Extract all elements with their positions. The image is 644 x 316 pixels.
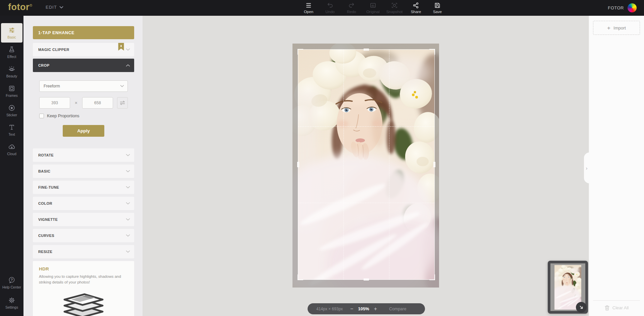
frame-icon — [8, 85, 15, 92]
svg-text:?: ? — [11, 278, 13, 282]
hdr-promo-card[interactable]: HDR Allowing you to capture highlights, … — [33, 261, 134, 316]
rail-item-settings[interactable]: Settings — [1, 293, 22, 313]
swap-dimensions-button[interactable] — [117, 97, 128, 109]
star-sticker-icon — [8, 104, 15, 112]
text-icon — [8, 124, 15, 131]
rail-label-beauty: Beauty — [6, 74, 17, 78]
section-vignette[interactable]: VIGNETTE — [33, 213, 134, 226]
grid-line-horizontal-2 — [298, 203, 434, 203]
chevron-down-icon — [59, 6, 63, 9]
plus-icon: + — [607, 25, 610, 31]
hdr-title: HDR — [39, 266, 128, 271]
crop-handle-left[interactable] — [297, 162, 299, 167]
section-curves[interactable]: CURVES — [33, 229, 134, 242]
aspect-ratio-select[interactable]: Freeform — [39, 80, 128, 92]
rail-label-settings: Settings — [5, 305, 18, 309]
compare-button[interactable]: Compare — [389, 307, 406, 311]
grid-line-vertical-2 — [389, 50, 389, 279]
grid-line-vertical-1 — [343, 50, 344, 279]
zoom-in-button[interactable]: + — [374, 306, 377, 312]
snapshot-label: Snapshot — [386, 10, 403, 14]
share-label: Share — [411, 10, 421, 14]
chevron-down-icon — [120, 85, 124, 87]
navigator-expand-button[interactable] — [576, 302, 587, 313]
section-color[interactable]: COLOR — [33, 197, 134, 210]
crop-header-label: CROP — [38, 63, 49, 67]
edit-menu[interactable]: EDIT — [46, 5, 63, 10]
photo-workspace[interactable] — [292, 44, 439, 288]
crop-handle-top-right[interactable] — [429, 49, 435, 55]
section-rotate[interactable]: ROTATE — [33, 148, 134, 162]
crop-width-input[interactable] — [39, 97, 70, 109]
arrow-down-right-icon — [579, 305, 584, 310]
account-name: FOTOR — [608, 5, 624, 10]
save-button[interactable]: Save — [427, 2, 448, 14]
rail-item-cloud[interactable]: Cloud — [1, 140, 22, 159]
keep-proportions-checkbox[interactable] — [39, 114, 44, 118]
rail-item-effect[interactable]: Effect — [1, 43, 22, 62]
rail-item-beauty[interactable]: Beauty — [1, 62, 22, 81]
zoom-out-button[interactable]: − — [350, 306, 353, 312]
section-basic[interactable]: BASIC — [33, 165, 134, 178]
fotor-logo[interactable]: fotor® — [8, 2, 33, 12]
keep-proportions-row: Keep Proportions — [39, 114, 128, 118]
crop-handle-top[interactable] — [364, 49, 369, 51]
navigator-thumbnail[interactable] — [548, 261, 588, 314]
rail-item-basic[interactable]: Basic — [1, 23, 22, 43]
magic-clipper-label: MAGIC CLIPPER — [38, 48, 69, 52]
share-icon — [412, 2, 420, 9]
crop-handle-bottom[interactable] — [364, 278, 369, 280]
registered-mark: ® — [30, 3, 33, 7]
rail-item-help-center[interactable]: ? Help Center — [1, 273, 22, 293]
rail-top: Basic Effect Beauty Frames Sticker Text — [0, 16, 23, 159]
share-button[interactable]: Share — [405, 2, 427, 14]
apply-button[interactable]: Apply — [63, 125, 104, 137]
crop-handle-right[interactable] — [433, 162, 435, 167]
undo-label: Undo — [325, 10, 335, 14]
save-icon — [434, 2, 441, 9]
grid-line-horizontal-1 — [298, 126, 434, 127]
redo-icon — [348, 2, 355, 9]
swap-icon — [119, 101, 125, 105]
times-symbol: × — [70, 100, 82, 106]
magic-clipper-row[interactable]: MAGIC CLIPPER — [33, 43, 134, 56]
undo-icon — [326, 2, 334, 9]
cloud-upload-icon — [8, 143, 15, 150]
image-tray-panel: › + Import Clear All — [589, 16, 644, 316]
rail-label-sticker: Sticker — [6, 113, 17, 117]
tray-divider — [593, 300, 640, 301]
section-fine-tune[interactable]: FINE-TUNE — [33, 181, 134, 194]
section-color-label: COLOR — [38, 201, 52, 205]
chevron-down-icon — [126, 186, 130, 189]
zoom-level: 105% — [358, 306, 369, 311]
open-button[interactable]: Open — [298, 2, 319, 14]
crop-section-header[interactable]: CROP — [33, 59, 134, 72]
avatar[interactable] — [628, 3, 637, 12]
crop-handle-bottom-right[interactable] — [429, 274, 435, 280]
rail-item-sticker[interactable]: Sticker — [1, 101, 22, 120]
canvas-area: 414px × 693px − 105% + Compare — [143, 16, 589, 316]
one-tap-enhance-button[interactable]: 1-TAP ENHANCE — [33, 26, 134, 39]
import-button[interactable]: + Import — [593, 21, 640, 35]
crop-marquee[interactable] — [298, 49, 435, 280]
redo-label: Redo — [347, 10, 356, 14]
help-icon: ? — [8, 276, 15, 284]
clear-all-button[interactable]: Clear All — [589, 303, 644, 312]
keep-proportions-label: Keep Proportions — [47, 114, 79, 118]
rail-bottom: ? Help Center Settings — [0, 273, 23, 313]
chevron-down-icon — [126, 250, 130, 253]
image-icon — [369, 2, 377, 9]
tray-collapse-tab[interactable]: › — [584, 152, 589, 183]
sliders-icon — [8, 26, 15, 34]
crop-handle-bottom-left[interactable] — [298, 274, 303, 280]
undo-button: Undo — [319, 2, 341, 14]
rail-item-frames[interactable]: Frames — [1, 81, 22, 101]
section-vignette-label: VIGNETTE — [38, 217, 58, 222]
crop-handle-top-left[interactable] — [298, 49, 303, 55]
bookmark-badge-icon — [118, 43, 124, 51]
redo-button: Redo — [341, 2, 362, 14]
rail-label-effect: Effect — [7, 55, 16, 59]
rail-item-text[interactable]: Text — [1, 120, 22, 140]
section-resize[interactable]: RESIZE — [33, 245, 134, 258]
crop-height-input[interactable] — [82, 97, 113, 109]
